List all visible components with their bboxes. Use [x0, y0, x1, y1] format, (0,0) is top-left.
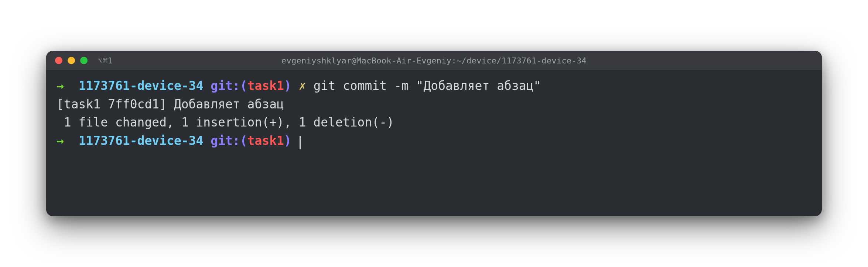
prompt-line-1: → 1173761-device-34 git:(task1) ✗ git co…	[57, 77, 811, 95]
tab-shortcut-label: ⌥⌘1	[98, 56, 113, 65]
prompt-arrow-icon: →	[57, 79, 64, 93]
git-suffix: )	[284, 79, 291, 93]
window-title: evgeniyshklyar@MacBook-Air-Evgeniy:~/dev…	[281, 56, 587, 65]
git-branch: task1	[247, 79, 284, 93]
git-prefix: git:(	[211, 134, 247, 148]
git-branch: task1	[247, 134, 284, 148]
prompt-cwd: 1173761-device-34	[79, 134, 204, 148]
close-icon[interactable]	[55, 57, 62, 64]
prompt-cwd: 1173761-device-34	[79, 79, 204, 93]
minimize-icon[interactable]	[68, 57, 75, 64]
maximize-icon[interactable]	[80, 57, 88, 64]
command-text: git commit -m "Добавляет абзац"	[313, 79, 541, 93]
prompt-line-2: → 1173761-device-34 git:(task1)	[57, 132, 811, 150]
prompt-arrow-icon: →	[57, 134, 64, 148]
output-line-1: [task1 7ff0cd1] Добавляет абзац	[57, 95, 811, 114]
git-prefix: git:(	[211, 79, 247, 93]
git-suffix: )	[284, 134, 291, 148]
titlebar: ⌥⌘1 evgeniyshklyar@MacBook-Air-Evgeniy:~…	[46, 51, 822, 70]
output-line-2: 1 file changed, 1 insertion(+), 1 deleti…	[57, 113, 811, 132]
cursor	[300, 136, 301, 149]
terminal-window: ⌥⌘1 evgeniyshklyar@MacBook-Air-Evgeniy:~…	[46, 51, 822, 216]
traffic-lights	[55, 57, 88, 64]
terminal-body[interactable]: → 1173761-device-34 git:(task1) ✗ git co…	[46, 70, 822, 216]
git-dirty-icon: ✗	[299, 79, 306, 93]
